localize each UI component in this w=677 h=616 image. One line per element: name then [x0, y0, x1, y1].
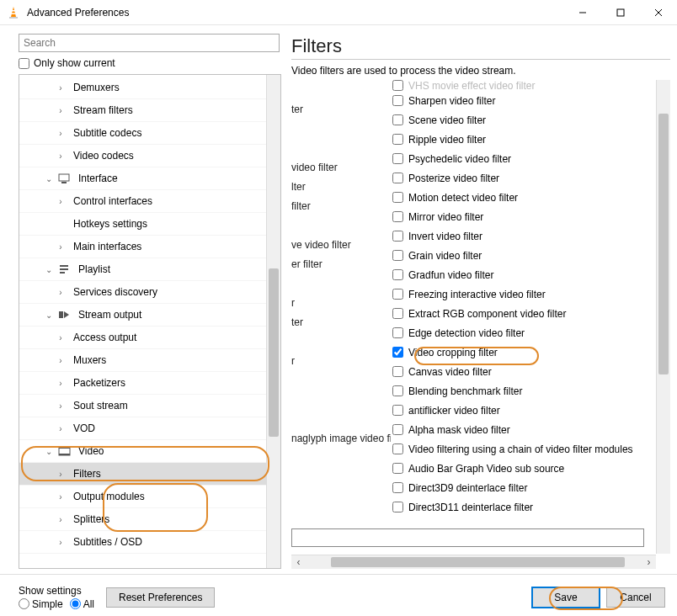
filter-checkbox-posterize-video-filter[interactable]: Posterize video filter [392, 173, 499, 184]
scroll-right-icon[interactable]: › [642, 555, 656, 570]
filter-checkbox-direct3d9-deinterlace-filter[interactable]: Direct3D9 deinterlace filter [392, 482, 527, 494]
filter-label: Video filtering using a chain of video f… [408, 443, 633, 455]
tree-item-label: Subtitle codecs [73, 127, 141, 139]
tree-item-label: Video codecs [73, 150, 134, 162]
filter-checkbox-motion-detect-video-filter[interactable]: Motion detect video filter [392, 192, 518, 204]
filter-checkbox-grain-video-filter[interactable]: Grain video filter [392, 250, 482, 262]
filter-checkbox-psychedelic-video-filter[interactable]: Psychedelic video filter [392, 153, 511, 165]
chevron-icon: › [51, 470, 70, 479]
filter-left-fragment [291, 332, 391, 351]
tree-item-main-interfaces[interactable]: ›Main interfaces [19, 236, 280, 258]
filter-left-fragment: er filter [291, 254, 391, 273]
chevron-icon: ⌄ [40, 447, 58, 456]
cancel-button[interactable]: Cancel [606, 587, 665, 608]
radio-all[interactable]: All [70, 598, 94, 610]
tree-scrollbar[interactable] [266, 75, 280, 568]
show-settings-label: Show settings [19, 585, 94, 597]
stream-icon [58, 309, 72, 321]
only-show-current-input[interactable] [19, 58, 29, 69]
chevron-icon: › [51, 492, 70, 502]
tree-item-access-output[interactable]: ›Access output [19, 327, 280, 349]
filter-left-fragment: r [291, 293, 391, 312]
tree-item-control-interfaces[interactable]: ›Control interfaces [19, 190, 280, 213]
filter-left-fragment [291, 409, 391, 428]
tree-item-subtitle-codecs[interactable]: ›Subtitle codecs [19, 122, 280, 145]
page-title: Filters [291, 35, 670, 57]
filter-checkbox-audio-bar-graph-video-sub-source[interactable]: Audio Bar Graph Video sub source [392, 463, 564, 475]
filter-checkbox-video-cropping-filter[interactable]: Video cropping filter [392, 347, 498, 358]
tree-item-vod[interactable]: ›VOD [19, 417, 280, 440]
svg-rect-13 [59, 311, 63, 318]
tree-item-hotkeys-settings[interactable]: Hotkeys settings [19, 213, 280, 236]
filter-checkbox-mirror-video-filter[interactable]: Mirror video filter [392, 211, 483, 223]
maximize-button[interactable] [601, 0, 639, 24]
tree-item-label: Stream output [78, 309, 141, 321]
filter-label: Edge detection video filter [408, 327, 525, 339]
tree-item-video-codecs[interactable]: ›Video codecs [19, 145, 280, 167]
filter-checkbox-sharpen-video-filter[interactable]: Sharpen video filter [392, 95, 495, 107]
filter-left-fragment: naglyph image video filter [291, 428, 391, 448]
filter-left-fragment: ve video filter [291, 235, 391, 254]
filter-checkbox-blending-benchmark-filter[interactable]: Blending benchmark filter [392, 385, 522, 397]
tree-item-label: Hotkeys settings [73, 218, 147, 230]
filter-checkbox-alpha-mask-video-filter[interactable]: Alpha mask video filter [392, 424, 510, 436]
tree-item-sout-stream[interactable]: ›Sout stream [19, 395, 280, 417]
filter-checkbox-video-filtering-using-a-chain-of-video-filter-modules[interactable]: Video filtering using a chain of video f… [392, 443, 633, 455]
tree-item-playlist[interactable]: ⌄Playlist [19, 258, 280, 281]
filter-checkbox-ripple-video-filter[interactable]: Ripple video filter [392, 134, 486, 146]
filter-label: Gradfun video filter [408, 269, 493, 281]
tree-item-services-discovery[interactable]: ›Services discovery [19, 281, 280, 304]
filter-checkbox-edge-detection-video-filter[interactable]: Edge detection video filter [392, 327, 525, 339]
filter-left-fragment: video filter [291, 157, 391, 177]
radio-simple[interactable]: Simple [19, 598, 63, 610]
tree-item-stream-filters[interactable]: ›Stream filters [19, 99, 280, 122]
tree-item-stream-output[interactable]: ⌄Stream output [19, 304, 280, 327]
svg-rect-16 [59, 447, 70, 449]
svg-marker-0 [11, 7, 16, 17]
scroll-left-icon[interactable]: ‹ [291, 555, 306, 570]
tree-item-video[interactable]: ⌄Video [19, 440, 280, 463]
minimize-button[interactable] [563, 0, 601, 24]
filter-checkbox-gradfun-video-filter[interactable]: Gradfun video filter [392, 269, 493, 281]
filters-scrollbar-horizontal[interactable]: ‹ › [291, 555, 656, 569]
tree-item-label: Playlist [78, 263, 110, 275]
tree-item-label: Splitters [73, 513, 109, 525]
save-button[interactable]: Save [532, 587, 600, 608]
preferences-tree: ›Demuxers›Stream filters›Subtitle codecs… [19, 74, 281, 569]
filter-label: Direct3D9 deinterlace filter [408, 482, 527, 494]
tree-item-splitters[interactable]: ›Splitters [19, 508, 280, 531]
tree-item-subtitles-osd[interactable]: ›Subtitles / OSD [19, 531, 280, 554]
reset-preferences-button[interactable]: Reset Preferences [106, 587, 215, 608]
filter-checkbox-canvas-video-filter[interactable]: Canvas video filter [392, 366, 492, 378]
filter-checkbox-invert-video-filter[interactable]: Invert video filter [392, 231, 482, 242]
filter-checkbox-antiflicker-video-filter[interactable]: antiflicker video filter [392, 405, 500, 417]
tree-item-output-modules[interactable]: ›Output modules [19, 486, 280, 508]
filter-checkbox-extract-rgb-component-video-filter[interactable]: Extract RGB component video filter [392, 308, 566, 320]
tree-item-demuxers[interactable]: ›Demuxers [19, 77, 280, 99]
filter-checkbox-vhs-movie-effect-video-filter[interactable]: VHS movie effect video filter [392, 80, 536, 92]
chevron-icon: › [51, 83, 70, 93]
tree-item-label: Stream filters [73, 104, 133, 116]
tree-item-label: Output modules [73, 491, 145, 502]
filter-left-fragment [291, 506, 391, 525]
filter-left-fragment [291, 215, 391, 235]
tree-item-filters[interactable]: ›Filters [19, 463, 280, 486]
tree-item-label: Interface [78, 173, 118, 184]
filter-left-fragment: filter [291, 196, 391, 215]
filter-checkbox-scene-video-filter[interactable]: Scene video filter [392, 114, 486, 126]
filter-module-text-input[interactable] [291, 528, 644, 547]
search-input[interactable] [19, 34, 280, 52]
filters-scrollbar-vertical[interactable] [656, 80, 670, 554]
close-button[interactable] [639, 0, 677, 24]
filter-checkbox-freezing-interactive-video-filter[interactable]: Freezing interactive video filter [392, 289, 546, 300]
titlebar: Advanced Preferences [0, 0, 677, 25]
tree-item-interface[interactable]: ⌄Interface [19, 167, 280, 190]
only-show-current-checkbox[interactable]: Only show current [19, 57, 281, 69]
only-show-current-label: Only show current [34, 57, 115, 69]
filter-left-fragment [291, 273, 391, 293]
filter-checkbox-direct3d11-deinterlace-filter[interactable]: Direct3D11 deinterlace filter [392, 502, 533, 513]
svg-rect-17 [59, 454, 70, 455]
tree-item-packetizers[interactable]: ›Packetizers [19, 372, 280, 395]
tree-item-label: VOD [73, 422, 95, 434]
tree-item-muxers[interactable]: ›Muxers [19, 349, 280, 372]
